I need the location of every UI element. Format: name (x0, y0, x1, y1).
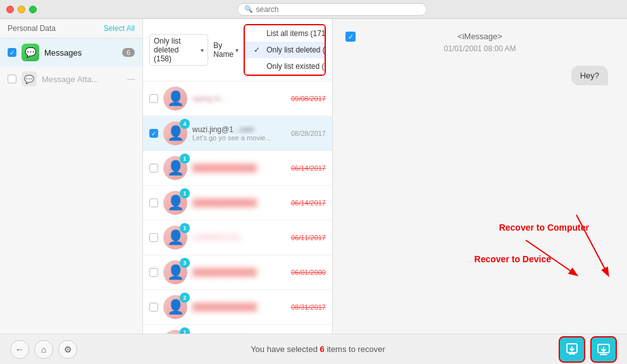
list-item[interactable]: 👤 1 13356357133... 06/11/2017 (143, 221, 332, 255)
list-header: Only list deleted (158) ▾ By Name ▾ List… (143, 19, 332, 82)
main-layout: Personal Data Select All ✓ 💬 Messages 6 … (0, 19, 627, 334)
list-item[interactable]: 👤 3 ████████████ 06/01/2000 (143, 255, 332, 290)
messages-checkbox[interactable]: ✓ (8, 48, 16, 57)
row-checkbox-6[interactable] (149, 303, 158, 312)
row-info-5: ████████████ (192, 268, 286, 277)
list-item[interactable]: 👤 1 ████████████ 06/14/2017 (143, 186, 332, 221)
row-date-6: 08/31/2017 (291, 303, 326, 311)
badge-4: 1 (180, 223, 190, 233)
chat-bubble: Hey? (571, 66, 608, 85)
row-info-1: wuzi.jing@1...com Let's go yo see a movi… (192, 125, 286, 142)
row-date-3: 06/14/2017 (291, 199, 326, 207)
avatar-wrap-6: 👤 2 (163, 295, 187, 319)
sort-arrow-icon: ▾ (235, 47, 239, 54)
sidebar-item-attachments[interactable]: 💬 Message Atta... — (0, 66, 142, 92)
row-checkbox-0[interactable] (149, 94, 158, 103)
avatar-0: 👤 (163, 87, 187, 111)
row-date-0: 09/08/2017 (291, 95, 326, 102)
search-input[interactable] (256, 5, 420, 14)
row-info-6: ████████████ (192, 303, 286, 312)
filter-dropdown[interactable]: Only list deleted (158) ▾ (149, 34, 208, 66)
messages-count: 6 (122, 48, 135, 57)
row-checkbox-4[interactable] (149, 233, 158, 242)
recover-device-label-area: Recover to Device (475, 254, 551, 264)
dropdown-item-existed[interactable]: Only list existed (13) (245, 58, 326, 75)
row-checkbox-5[interactable] (149, 268, 158, 277)
sort-dropdown[interactable]: By Name ▾ (213, 41, 239, 59)
row-checkbox-3[interactable] (149, 198, 158, 207)
nav-buttons: ← ⌂ ⚙ (10, 340, 77, 359)
content-area: Only list deleted (158) ▾ By Name ▾ List… (143, 19, 627, 334)
list-item[interactable]: 👤 2 ████████████ 08/31/2017 (143, 290, 332, 325)
row-info-4: 13356357133... (192, 233, 286, 242)
list-item[interactable]: 👤 1 ████████████ (143, 325, 332, 334)
dropdown-item-deleted-label: Only list deleted (158) (266, 46, 326, 54)
recover-buttons (559, 336, 617, 363)
attachments-label: Message Atta... (42, 75, 122, 84)
preview-check-icon: ✓ (345, 32, 356, 42)
bottom-bar: ← ⌂ ⚙ You have selected 6 items to recov… (0, 334, 627, 364)
row-name-5: ████████████ (192, 268, 286, 277)
message-rows: 👤 wping to... 09/08/2017 👤 (143, 82, 332, 334)
check-mark-all (254, 29, 263, 38)
sidebar-title: Personal Data (8, 24, 56, 33)
search-bar: 🔍 (43, 3, 621, 16)
select-all-button[interactable]: Select All (104, 24, 135, 33)
person-icon: 👤 (167, 90, 184, 107)
row-name-6: ████████████ (192, 303, 286, 312)
row-name-4: 13356357133... (192, 233, 286, 242)
avatar-wrap-1: 👤 4 (163, 121, 187, 145)
list-item[interactable]: 👤 1 ████████████ 06/14/2017 (143, 151, 332, 186)
avatar-wrap-4: 👤 1 (163, 226, 187, 250)
row-checkbox-2[interactable] (149, 164, 158, 173)
recover-device-label: Recover to Device (475, 254, 551, 264)
attachments-icon: 💬 (22, 71, 37, 87)
row-info-0: wping to... (192, 94, 286, 103)
dropdown-item-all[interactable]: List all items (171) (245, 25, 326, 42)
row-info-2: ████████████ (192, 164, 286, 173)
badge-3: 1 (180, 188, 190, 198)
home-button[interactable]: ⌂ (34, 340, 53, 359)
avatar-wrap-3: 👤 1 (163, 191, 187, 215)
titlebar: 🔍 (0, 0, 627, 19)
dropdown-menu: List all items (171) ✓ Only list deleted… (245, 25, 326, 75)
chat-bubble-wrap: Hey? (345, 66, 614, 85)
list-item[interactable]: 👤 wping to... 09/08/2017 (143, 82, 332, 116)
badge-6: 2 (180, 293, 190, 303)
row-checkbox-1[interactable] (149, 129, 158, 138)
messages-label: Messages (44, 48, 117, 58)
back-button[interactable]: ← (10, 340, 29, 359)
row-preview-1: Let's go yo see a movie... (192, 134, 286, 142)
avatar-wrap-7: 👤 1 (163, 330, 187, 334)
avatar-wrap-2: 👤 1 (163, 156, 187, 180)
dropdown-item-deleted[interactable]: ✓ Only list deleted (158) (245, 42, 326, 58)
attachments-checkbox[interactable] (8, 75, 16, 83)
filter-label: Only list deleted (158) (154, 37, 198, 63)
row-date-4: 06/11/2017 (291, 234, 326, 241)
settings-button[interactable]: ⚙ (58, 340, 77, 359)
preview-checkbox[interactable]: ✓ (345, 32, 356, 42)
sidebar-item-messages[interactable]: ✓ 💬 Messages 6 (0, 39, 142, 66)
avatar-wrap-5: 👤 3 (163, 260, 187, 284)
status-text: You have selected 6 items to recover (77, 344, 559, 354)
minimize-button[interactable] (18, 6, 25, 13)
avatar-wrap-0: 👤 (163, 87, 187, 111)
status-suffix: items to recover (325, 344, 385, 354)
row-name-3: ████████████ (192, 198, 286, 207)
badge-2: 1 (180, 154, 190, 164)
maximize-button[interactable] (29, 6, 37, 13)
arrows-svg (374, 177, 627, 303)
dropdown-item-all-label: List all items (171) (266, 29, 326, 38)
row-date-1: 08/28/2017 (291, 130, 326, 137)
row-date-2: 06/14/2017 (291, 164, 326, 172)
close-button[interactable] (6, 6, 14, 13)
list-item[interactable]: 👤 4 wuzi.jing@1...com Let's go yo see a … (143, 116, 332, 151)
recover-to-computer-button[interactable] (590, 336, 617, 363)
badge-1: 4 (180, 119, 190, 129)
recover-computer-icon (597, 343, 611, 356)
recover-to-device-button[interactable] (559, 336, 585, 363)
recover-computer-label: Recover to Computer (499, 222, 589, 233)
search-icon: 🔍 (244, 5, 253, 13)
selected-count: 6 (320, 344, 325, 354)
dropdown-item-existed-label: Only list existed (13) (266, 62, 326, 71)
